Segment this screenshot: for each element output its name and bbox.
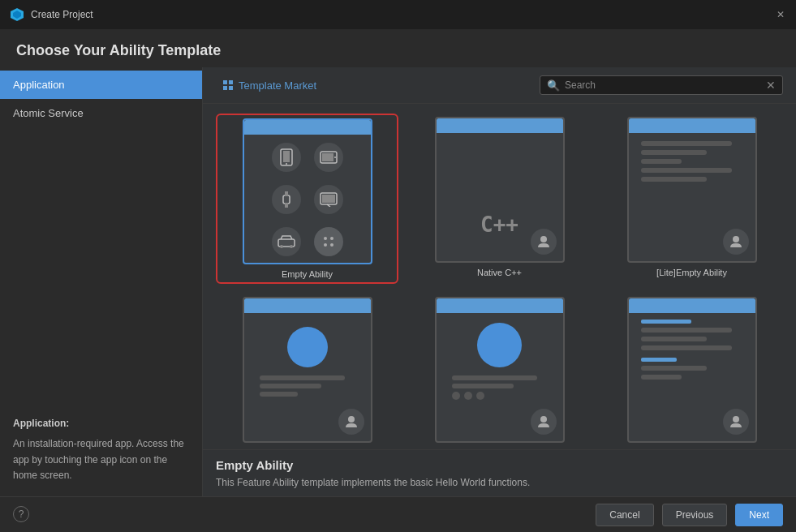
template-card-lite-empty-ability[interactable]: [Lite]Empty Ability (600, 114, 783, 284)
cpp-logo: C++ (480, 212, 518, 237)
line-2 (641, 150, 707, 155)
svg-point-28 (540, 416, 547, 423)
title-bar-controls: ✕ (775, 9, 786, 20)
card-top-bar-3 (629, 118, 755, 133)
circle-big (287, 327, 328, 367)
svg-rect-4 (223, 86, 227, 90)
tv-icon (314, 185, 343, 214)
app-logo-icon (10, 7, 24, 22)
svg-rect-2 (223, 80, 227, 84)
line-4 (641, 168, 732, 173)
search-input[interactable] (565, 79, 761, 91)
close-button[interactable]: ✕ (775, 9, 786, 20)
native-cpp-label: Native C++ (477, 268, 522, 277)
lite-empty-ability-label: [Lite]Empty Ability (656, 268, 727, 277)
info-title: Empty Ability (216, 458, 783, 472)
person-icon-r2-1 (338, 409, 364, 435)
line-d5 (641, 375, 682, 380)
device-icons-grid (264, 143, 351, 256)
line-d2 (641, 337, 707, 341)
info-panel: Empty Ability This Feature Ability templ… (203, 449, 796, 496)
car-icon (272, 227, 301, 256)
svg-rect-5 (229, 86, 233, 90)
dots-icon (314, 227, 343, 256)
tablet-icon (314, 143, 343, 172)
template-card-row2-3[interactable] (600, 294, 783, 449)
svg-rect-3 (229, 80, 233, 84)
person-icon-r2-2 (531, 409, 557, 435)
line-3 (641, 159, 682, 164)
card-lines-lite (641, 141, 742, 182)
svg-point-23 (324, 243, 327, 247)
help-icon[interactable]: ? (13, 506, 29, 522)
main-area: Template Market 🔍 ✕ (203, 67, 796, 496)
search-box: 🔍 ✕ (540, 75, 783, 95)
dot-1 (452, 392, 460, 400)
card-top-bar-2 (437, 118, 563, 133)
row2-card2-image (435, 297, 565, 443)
svg-point-25 (540, 236, 547, 242)
svg-point-19 (280, 245, 283, 248)
template-card-row2-1[interactable] (216, 294, 398, 449)
empty-ability-label: Empty Ability (282, 269, 333, 279)
sidebar-item-atomic-service[interactable]: Atomic Service (0, 99, 202, 127)
svg-point-27 (348, 416, 355, 423)
lite-empty-ability-card-image (627, 117, 757, 263)
svg-point-11 (334, 157, 336, 158)
title-bar-title: Create Project (31, 9, 93, 20)
svg-rect-7 (283, 151, 290, 162)
line-d3 (641, 345, 732, 350)
dot-row (452, 392, 547, 400)
card-top-bar (244, 120, 371, 135)
search-clear-icon[interactable]: ✕ (766, 79, 776, 92)
template-card-empty-ability[interactable]: Empty Ability (216, 114, 398, 284)
row2-card3-image (627, 297, 757, 443)
info-desc: This Feature Ability template implements… (216, 475, 783, 490)
title-bar: Create Project ✕ (0, 0, 796, 29)
dot-2 (464, 392, 472, 400)
line-r2-4 (452, 375, 537, 380)
row2-card1-image (243, 297, 372, 443)
next-button[interactable]: Next (735, 504, 783, 526)
line-r2-1 (260, 375, 345, 380)
sidebar-item-application[interactable]: Application (0, 71, 202, 99)
svg-point-24 (330, 243, 333, 247)
native-cpp-card-image: C++ (435, 117, 565, 263)
dialog-content: Application Atomic Service Application: … (0, 67, 796, 496)
line-r2-2 (260, 384, 321, 388)
desc-title: Application: (13, 416, 189, 431)
dialog-footer: ? Cancel Previous Next (0, 496, 796, 532)
desc-text: An installation-required app. Access the… (13, 436, 189, 483)
dialog-body: Choose Your Ability Template Application… (0, 29, 796, 532)
template-market-button[interactable]: Template Market (216, 76, 323, 95)
svg-point-29 (733, 416, 739, 423)
sidebar-description: Application: An installation-required ap… (0, 403, 202, 496)
line-1 (641, 141, 732, 146)
dot-3 (476, 392, 484, 400)
line-5 (641, 177, 707, 182)
person-icon-lite (723, 229, 749, 255)
card-lines-below-1 (260, 375, 355, 397)
empty-ability-card-image (243, 118, 372, 264)
svg-point-20 (290, 245, 293, 248)
line-d1 (641, 328, 732, 332)
card-top-bar-4 (244, 298, 371, 313)
toolbar: Template Market 🔍 ✕ (203, 67, 796, 104)
card-lines-detail (641, 320, 742, 380)
template-grid: Empty Ability C++ Native C++ (216, 114, 783, 449)
line-d4 (641, 366, 707, 371)
blue-line-2 (641, 358, 677, 362)
template-card-native-cpp[interactable]: C++ Native C++ (408, 114, 591, 284)
cancel-button[interactable]: Cancel (596, 504, 653, 526)
card-top-bar-6 (629, 298, 755, 313)
previous-button[interactable]: Previous (662, 504, 728, 526)
svg-rect-12 (283, 195, 290, 204)
svg-rect-16 (322, 195, 335, 203)
svg-point-22 (330, 237, 333, 240)
dialog-header: Choose Your Ability Template (0, 29, 796, 67)
watch-icon (272, 185, 301, 214)
sidebar: Application Atomic Service Application: … (0, 67, 203, 496)
search-icon: 🔍 (547, 79, 560, 92)
template-card-row2-2[interactable] (408, 294, 591, 449)
line-r2-3 (260, 392, 298, 397)
